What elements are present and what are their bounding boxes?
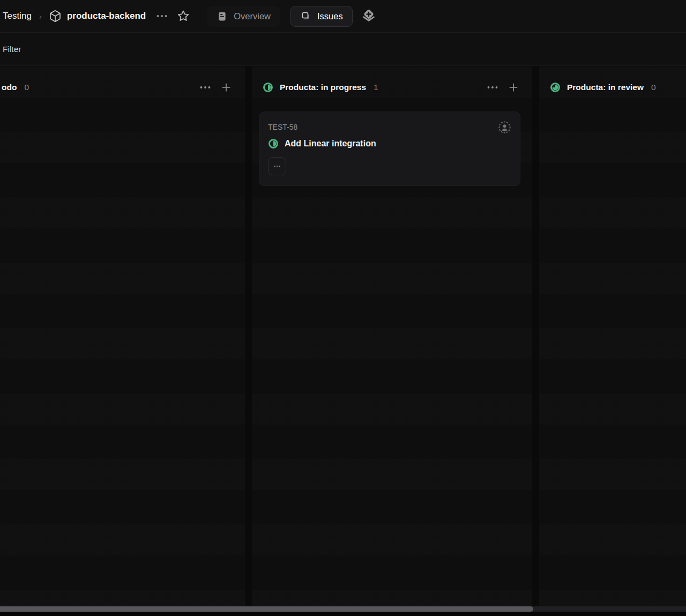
column-in-progress-more-button[interactable] — [486, 80, 499, 94]
tab-overview-label: Overview — [234, 11, 271, 21]
column-in-progress-count: 1 — [374, 83, 378, 92]
add-view-icon — [361, 8, 377, 24]
breadcrumb-separator: › — [39, 12, 42, 21]
filter-bar: Filter — [0, 33, 686, 66]
column-todo-more-button[interactable] — [198, 80, 212, 94]
favorite-star-button[interactable] — [175, 8, 191, 24]
card-more-icon — [273, 162, 281, 170]
more-icon — [199, 81, 212, 94]
issue-title: Add Linear integration — [285, 139, 376, 149]
column-todo-title: odo — [2, 83, 17, 92]
column-in-review-header: Producta: in review 0 — [539, 75, 686, 100]
column-todo-header: odo 0 — [0, 75, 245, 100]
assignee-button[interactable] — [497, 120, 512, 135]
tab-issues-label: Issues — [317, 11, 343, 21]
more-icon — [155, 10, 168, 23]
star-icon — [176, 9, 190, 23]
column-in-progress: Producta: in progress 1 TEST-58 — [252, 66, 532, 606]
breadcrumb-team[interactable]: Testing — [3, 11, 32, 21]
column-in-progress-add-button[interactable] — [506, 80, 520, 94]
project-more-button[interactable] — [154, 9, 169, 24]
column-in-review-count: 0 — [651, 83, 656, 92]
unassigned-avatar-icon — [497, 120, 512, 135]
issues-icon — [300, 11, 311, 22]
horizontal-scrollbar-track[interactable] — [0, 606, 686, 612]
column-in-progress-title: Producta: in progress — [280, 83, 366, 92]
board: odo 0 — [0, 66, 686, 616]
issue-card[interactable]: TEST-58 — [259, 112, 520, 186]
plus-icon — [508, 82, 519, 93]
breadcrumb-project[interactable]: producta-backend — [67, 11, 146, 21]
overview-icon — [217, 11, 228, 22]
add-view-button[interactable] — [360, 8, 377, 25]
column-todo-add-button[interactable] — [219, 80, 233, 94]
more-icon — [486, 81, 499, 94]
column-in-progress-header: Producta: in progress 1 — [252, 75, 532, 100]
top-bar: Testing › producta-backend Ove — [0, 0, 686, 33]
bottom-edge — [0, 612, 686, 616]
issue-id: TEST-58 — [268, 120, 297, 131]
tab-issues[interactable]: Issues — [290, 6, 353, 27]
column-todo-count: 0 — [24, 83, 29, 92]
tab-overview[interactable]: Overview — [207, 6, 280, 27]
column-in-review-title: Producta: in review — [567, 83, 644, 92]
status-in-progress-icon — [263, 82, 273, 93]
status-in-review-icon — [550, 82, 561, 93]
app-root: Testing › producta-backend Ove — [0, 0, 686, 616]
status-in-progress-icon — [268, 138, 279, 149]
column-in-review: Producta: in review 0 — [539, 66, 686, 606]
package-icon — [49, 10, 62, 23]
card-more-button[interactable] — [268, 157, 286, 175]
column-todo: odo 0 — [0, 66, 245, 606]
plus-icon — [221, 82, 232, 93]
horizontal-scrollbar-thumb[interactable] — [0, 606, 533, 612]
filter-button[interactable]: Filter — [3, 44, 21, 54]
